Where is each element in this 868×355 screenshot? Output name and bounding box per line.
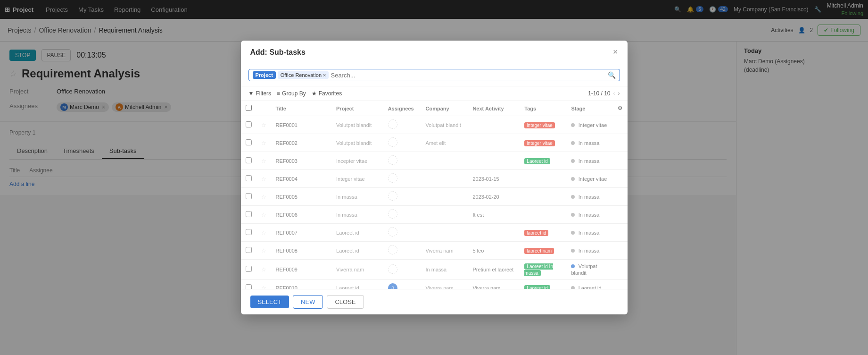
- row-assignees-5[interactable]: [383, 206, 421, 224]
- row-next-9[interactable]: Viverra nam: [468, 280, 520, 289]
- row-company-5[interactable]: [421, 206, 468, 224]
- row-company-2[interactable]: [421, 152, 468, 170]
- row-star-1[interactable]: ☆: [256, 134, 271, 152]
- col-assignees-header[interactable]: Assignees: [383, 101, 421, 116]
- row-stage-5[interactable]: In massa: [566, 206, 613, 224]
- row-next-1[interactable]: [468, 134, 520, 152]
- row-ref-1[interactable]: REF0002: [271, 134, 332, 152]
- row-stage-2[interactable]: In massa: [566, 152, 613, 170]
- row-ref-5[interactable]: REF0006: [271, 206, 332, 224]
- close-button[interactable]: CLOSE: [327, 295, 364, 309]
- row-assignees-1[interactable]: [383, 134, 421, 152]
- row-project-8[interactable]: Viverra nam: [331, 260, 383, 280]
- row-company-3[interactable]: [421, 170, 468, 188]
- modal-overlay[interactable]: Add: Sub-tasks × Project Office Renovati…: [0, 0, 868, 355]
- row-next-8[interactable]: Pretium et laoreet: [468, 260, 520, 280]
- row-next-5[interactable]: It est: [468, 206, 520, 224]
- table-row[interactable]: ☆ REF0006 In massa It est In massa: [241, 206, 628, 224]
- row-project-6[interactable]: Laoreet id: [331, 224, 383, 242]
- table-row[interactable]: ☆ REF0005 In massa 2023-02-20 In massa: [241, 188, 628, 206]
- row-assignees-4[interactable]: [383, 188, 421, 206]
- row-checkbox-2[interactable]: [241, 152, 256, 170]
- col-next-header[interactable]: Next Activity: [468, 101, 520, 116]
- search-filter-container[interactable]: Project Office Renovation × 🔍: [248, 69, 620, 81]
- row-checkbox-4[interactable]: [241, 188, 256, 206]
- row-tags-9[interactable]: Laoreet id: [520, 280, 566, 289]
- row-assignees-7[interactable]: [383, 242, 421, 260]
- row-checkbox-7[interactable]: [241, 242, 256, 260]
- row-star-8[interactable]: ☆: [256, 260, 271, 280]
- col-company-header[interactable]: Company: [421, 101, 468, 116]
- row-tags-3[interactable]: [520, 170, 566, 188]
- row-stage-7[interactable]: In massa: [566, 242, 613, 260]
- col-project-header[interactable]: Project: [331, 101, 383, 116]
- filter-remove-icon[interactable]: ×: [323, 72, 326, 78]
- row-project-0[interactable]: Volutpat blandit: [331, 116, 383, 134]
- row-assignees-2[interactable]: [383, 152, 421, 170]
- row-ref-0[interactable]: REF0001: [271, 116, 332, 134]
- row-ref-9[interactable]: REF0010: [271, 280, 332, 289]
- row-assignees-0[interactable]: [383, 116, 421, 134]
- row-tags-2[interactable]: Laoreet id: [520, 152, 566, 170]
- table-row[interactable]: ☆ REF0010 Laoreet id J Viverra nam Viver…: [241, 280, 628, 289]
- row-checkbox-6[interactable]: [241, 224, 256, 242]
- row-checkbox-3[interactable]: [241, 170, 256, 188]
- row-company-9[interactable]: Viverra nam: [421, 280, 468, 289]
- row-next-4[interactable]: 2023-02-20: [468, 188, 520, 206]
- row-checkbox-0[interactable]: [241, 116, 256, 134]
- table-row[interactable]: ☆ REF0008 Laoreet id Viverra nam 5 leo l…: [241, 242, 628, 260]
- row-ref-6[interactable]: REF0007: [271, 224, 332, 242]
- search-input[interactable]: [331, 72, 605, 79]
- prev-page-button[interactable]: ‹: [613, 90, 615, 97]
- row-stage-8[interactable]: Volutpat blandit: [566, 260, 613, 280]
- row-tags-1[interactable]: integer vitae: [520, 134, 566, 152]
- row-stage-9[interactable]: Laoreet id: [566, 280, 613, 289]
- row-tags-6[interactable]: laoreet id: [520, 224, 566, 242]
- row-checkbox-9[interactable]: [241, 280, 256, 289]
- table-row[interactable]: ☆ REF0004 Integer vitae 2023-01-15 Integ…: [241, 170, 628, 188]
- row-company-0[interactable]: Volutpat blandit: [421, 116, 468, 134]
- modal-close-button[interactable]: ×: [613, 47, 618, 57]
- row-star-6[interactable]: ☆: [256, 224, 271, 242]
- row-stage-3[interactable]: Integer vitae: [566, 170, 613, 188]
- row-project-5[interactable]: In massa: [331, 206, 383, 224]
- col-tags-header[interactable]: Tags: [520, 101, 566, 116]
- favorites-button[interactable]: ★ Favorites: [312, 90, 342, 97]
- row-checkbox-5[interactable]: [241, 206, 256, 224]
- select-all-checkbox[interactable]: [246, 105, 252, 111]
- row-project-1[interactable]: Volutpat blandit: [331, 134, 383, 152]
- row-star-7[interactable]: ☆: [256, 242, 271, 260]
- row-company-8[interactable]: In massa: [421, 260, 468, 280]
- new-button[interactable]: NEW: [293, 295, 323, 309]
- row-assignees-8[interactable]: [383, 260, 421, 280]
- row-ref-7[interactable]: REF0008: [271, 242, 332, 260]
- row-tags-0[interactable]: integer vitae: [520, 116, 566, 134]
- row-assignees-6[interactable]: [383, 224, 421, 242]
- group-by-button[interactable]: ≡ Group By: [277, 90, 306, 97]
- table-row[interactable]: ☆ REF0002 Volutpat blandit Amet elit int…: [241, 134, 628, 152]
- row-next-7[interactable]: 5 leo: [468, 242, 520, 260]
- col-stage-header[interactable]: Stage: [566, 101, 613, 116]
- row-star-5[interactable]: ☆: [256, 206, 271, 224]
- table-row[interactable]: ☆ REF0001 Volutpat blandit Volutpat blan…: [241, 116, 628, 134]
- row-company-4[interactable]: [421, 188, 468, 206]
- row-project-7[interactable]: Laoreet id: [331, 242, 383, 260]
- row-star-4[interactable]: ☆: [256, 188, 271, 206]
- row-tags-5[interactable]: [520, 206, 566, 224]
- row-stage-0[interactable]: Integer vitae: [566, 116, 613, 134]
- row-next-6[interactable]: [468, 224, 520, 242]
- row-tags-7[interactable]: laoreet nam: [520, 242, 566, 260]
- row-checkbox-1[interactable]: [241, 134, 256, 152]
- next-page-button[interactable]: ›: [618, 90, 620, 97]
- row-star-3[interactable]: ☆: [256, 170, 271, 188]
- row-company-1[interactable]: Amet elit: [421, 134, 468, 152]
- row-project-2[interactable]: Incepter vitae: [331, 152, 383, 170]
- row-assignees-9[interactable]: J: [383, 280, 421, 289]
- row-project-4[interactable]: In massa: [331, 188, 383, 206]
- row-ref-4[interactable]: REF0005: [271, 188, 332, 206]
- row-ref-3[interactable]: REF0004: [271, 170, 332, 188]
- row-ref-2[interactable]: REF0003: [271, 152, 332, 170]
- row-company-7[interactable]: Viverra nam: [421, 242, 468, 260]
- table-row[interactable]: ☆ REF0009 Viverra nam In massa Pretium e…: [241, 260, 628, 280]
- col-title-header[interactable]: Title: [271, 101, 332, 116]
